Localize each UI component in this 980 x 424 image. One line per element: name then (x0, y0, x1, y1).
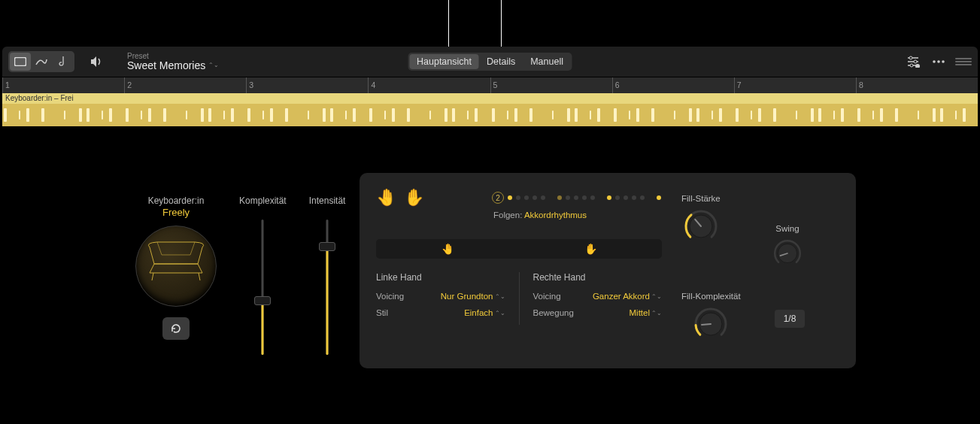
fill-complexity-knob[interactable] (692, 305, 730, 343)
midi-region[interactable]: Keyboarder:in – Frei (2, 93, 978, 126)
beat-dot[interactable] (607, 195, 611, 200)
svg-point-1 (909, 56, 912, 59)
bar-marker: 6 (612, 77, 620, 93)
swing-value[interactable]: 1/8 (775, 310, 805, 328)
svg-point-7 (942, 60, 945, 63)
svg-line-9 (199, 273, 200, 280)
svg-point-5 (933, 60, 936, 63)
beat-dot[interactable] (557, 195, 562, 200)
follow-label: Folgen: (493, 210, 522, 220)
intensity-label: Intensität (309, 195, 346, 206)
chevron-updown-icon: ⌃⌄ (495, 310, 505, 316)
right-hand-toggle[interactable]: ✋ (404, 188, 424, 207)
score-view-button[interactable] (52, 53, 73, 71)
preset-selector[interactable]: Preset Sweet Memories⌃⌄ (127, 52, 219, 71)
bar-marker: 1 (2, 77, 10, 93)
left-style-field[interactable]: Stil Einfach⌃⌄ (376, 308, 505, 317)
tab-manual[interactable]: Manuell (523, 54, 571, 69)
complexity-slider-group: Komplexität (239, 195, 287, 355)
bar-marker: 7 (734, 77, 742, 93)
svg-point-2 (914, 60, 917, 63)
region-name: Keyboarder:in – Frei (2, 93, 978, 104)
beat-dot[interactable] (532, 195, 537, 200)
left-hand-toggle[interactable]: ✋ (376, 188, 396, 207)
complexity-label: Komplexität (239, 195, 287, 206)
region-content (2, 104, 978, 126)
beat-dot[interactable] (632, 195, 636, 200)
left-hand-icon: ✋ (441, 243, 454, 255)
chevron-updown-icon: ⌃⌄ (651, 293, 662, 300)
svg-point-4 (915, 64, 920, 68)
preset-name: Sweet Memories (127, 60, 205, 71)
beat-dot[interactable] (566, 195, 570, 200)
beat-count[interactable]: 2 (492, 192, 504, 204)
beat-dot[interactable] (508, 195, 512, 200)
right-hand-title: Rechte Hand (533, 272, 663, 283)
region-view-button[interactable] (10, 53, 31, 71)
bar-marker: 3 (246, 77, 253, 93)
beat-dot[interactable] (640, 195, 645, 200)
svg-rect-0 (15, 58, 26, 66)
tab-details[interactable]: Details (479, 54, 523, 69)
fill-complexity-label: Fill-Komplexität (681, 292, 741, 301)
player-role-label: Keyboarder:in (135, 195, 217, 206)
volume-button[interactable] (88, 53, 106, 71)
bar-marker: 5 (490, 77, 498, 93)
automation-view-button[interactable] (31, 53, 52, 71)
follow-value[interactable]: Akkordrhythmus (524, 210, 587, 220)
beat-pattern[interactable]: 2 (492, 192, 661, 204)
fill-amount-label: Fill-Stärke (681, 194, 721, 203)
beat-dot[interactable] (590, 195, 595, 200)
fill-amount-knob[interactable] (682, 207, 720, 245)
beat-dot[interactable] (582, 195, 587, 200)
beat-dot[interactable] (574, 195, 578, 200)
view-mode-segment (8, 51, 74, 72)
complexity-slider[interactable] (255, 220, 270, 355)
bar-ruler[interactable]: 12345678 (2, 77, 978, 93)
bar-marker: 8 (856, 77, 863, 93)
svg-point-6 (937, 60, 940, 63)
beat-dot[interactable] (524, 195, 529, 200)
right-movement-field[interactable]: Bewegung Mittel⌃⌄ (533, 308, 663, 317)
regenerate-button[interactable] (162, 317, 190, 340)
beat-dot[interactable] (623, 195, 628, 200)
right-voicing-field[interactable]: Voicing Ganzer Akkord⌃⌄ (533, 292, 663, 301)
chevron-updown-icon: ⌃⌄ (495, 293, 505, 300)
left-hand-title: Linke Hand (376, 272, 505, 283)
more-icon[interactable] (930, 53, 948, 71)
beat-dot[interactable] (657, 195, 661, 200)
left-voicing-field[interactable]: Voicing Nur Grundton⌃⌄ (376, 292, 505, 301)
swing-knob[interactable] (772, 238, 803, 269)
player-avatar[interactable] (135, 226, 217, 307)
svg-point-3 (910, 64, 913, 67)
hand-split-bar[interactable]: ✋ ✋ (376, 239, 662, 259)
beat-dot[interactable] (615, 195, 620, 200)
settings-icon[interactable] (904, 53, 922, 71)
beat-dot[interactable] (541, 195, 545, 200)
drag-handle[interactable] (955, 58, 972, 65)
chevron-updown-icon: ⌃⌄ (651, 310, 662, 316)
beat-dot[interactable] (516, 195, 520, 200)
editor-view-tabs: Hauptansicht Details Manuell (408, 53, 572, 71)
editor-toolbar: Preset Sweet Memories⌃⌄ Hauptansicht Det… (2, 47, 978, 77)
bar-marker: 2 (124, 77, 132, 93)
svg-line-13 (702, 324, 711, 325)
chevron-updown-icon: ⌃⌄ (208, 62, 219, 69)
right-hand-icon: ✋ (584, 243, 597, 255)
intensity-slider-group: Intensität (309, 195, 346, 355)
intensity-slider[interactable] (320, 220, 335, 355)
performance-panel: ✋ ✋ 2 Folgen: Akkordrhythmus ✋ ✋ Linke H… (360, 173, 856, 368)
swing-label: Swing (772, 224, 803, 233)
tab-main[interactable]: Hauptansicht (409, 54, 479, 69)
player-name: Freely (135, 207, 217, 218)
bar-marker: 4 (368, 77, 375, 93)
svg-line-8 (152, 273, 153, 280)
